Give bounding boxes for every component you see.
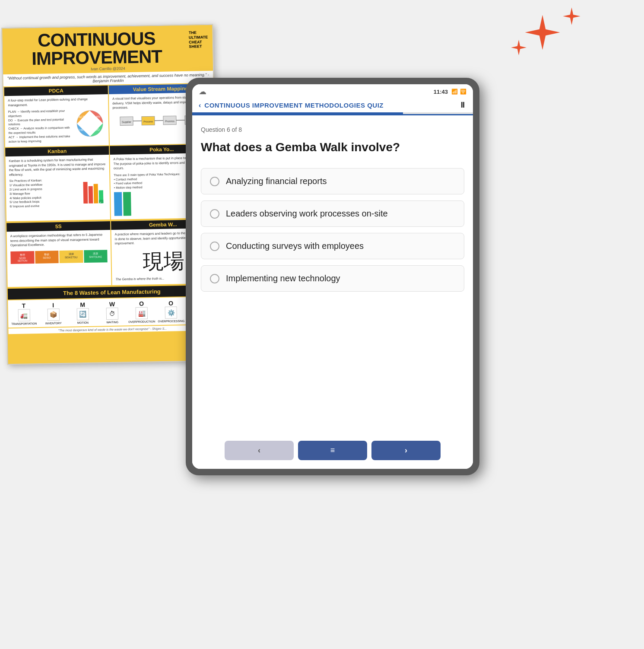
svg-text:CHECK: CHECK	[77, 128, 88, 131]
sparkle-large-icon	[523, 13, 562, 52]
svg-rect-18	[89, 186, 93, 204]
kanban-bars-icon: ✓	[82, 178, 106, 208]
waste-overproduction: O 🏭 OVERPRODUCTION	[128, 300, 155, 323]
answer-text-4: Implementing new technology	[226, 274, 340, 283]
kanban-cell: Kanban Kanban is a scheduling system for…	[5, 146, 110, 221]
pdca-steps: PLAN → Identify needs and establish your…	[8, 108, 75, 143]
question-meta: Question 6 of 8	[201, 126, 464, 133]
pdca-cell: PDCA A four-step model for Lean problem-…	[4, 86, 109, 147]
pdca-desc: A four-step model for Lean problem-solvi…	[8, 97, 105, 108]
pdca-title: PDCA	[4, 86, 108, 96]
svg-text:Process: Process	[165, 120, 174, 122]
kanban-title: Kanban	[5, 146, 109, 156]
waste-transportation: T 🚛 TRANSPORTATION	[10, 302, 38, 325]
wifi-icon: 🛜	[460, 89, 466, 95]
fivs-cell: 5S A workplace organization methodology …	[6, 221, 111, 287]
answer-option-4[interactable]: Implementing new technology	[201, 265, 464, 292]
infographic-title: CONTINUOUS IMPROVEMENT	[6, 29, 187, 68]
status-time: 11:43	[434, 89, 448, 95]
svg-text:ACT: ACT	[79, 115, 85, 118]
radio-3	[210, 242, 219, 251]
svg-rect-19	[94, 184, 98, 204]
pause-button[interactable]: ⏸	[459, 101, 466, 110]
radio-4	[210, 274, 219, 283]
kanban-list: Six Practices of Kanban: 1/ Visualize th…	[9, 178, 82, 209]
infographic-grid: PDCA A four-step model for Lean problem-…	[3, 83, 216, 222]
answer-text-1: Analyzing financial reports	[226, 176, 327, 186]
svg-text:Supplier: Supplier	[122, 121, 131, 123]
waste-motion: M 🔄 MOTION	[69, 301, 97, 324]
infographic-grid-2: 5S A workplace organization methodology …	[6, 219, 217, 288]
subtitle-line3: CHEAT SHEET	[189, 40, 208, 49]
status-icons: 📶 🛜	[451, 89, 466, 95]
answer-text-2: Leaders observing work processes on-site	[226, 209, 388, 219]
subtitle-line1: THE	[189, 30, 208, 35]
answer-option-1[interactable]: Analyzing financial reports	[201, 168, 464, 194]
kanban-desc: Kanban is a scheduling system for lean m…	[9, 158, 106, 178]
waste-inventory: I 📦 INVENTORY	[39, 302, 67, 325]
quiz-header: ‹ CONTINUOUS IMPROVEMENT METHODOLOGIES Q…	[192, 97, 473, 115]
nav-back-button[interactable]: ‹	[225, 441, 294, 460]
waste-overprocessing: O ⚙️ OVERPROCESSING	[157, 299, 185, 323]
svg-text:PLAN: PLAN	[92, 115, 100, 118]
answer-option-3[interactable]: Conducting surveys with employees	[201, 233, 464, 259]
sparkle-small-2-icon	[562, 6, 581, 26]
infographic-header: CONTINUOUS IMPROVEMENT THE ULTIMATE CHEA…	[2, 25, 213, 74]
status-bar: ☁ 11:43 📶 🛜	[192, 84, 473, 97]
progress-fill	[192, 112, 403, 114]
progress-bar	[192, 112, 473, 114]
radio-2	[210, 209, 219, 219]
tablet-screen: ☁ 11:43 📶 🛜 ‹ CONTINUOUS IMPROVEMENT MET…	[192, 84, 473, 469]
fivs-title: 5S	[6, 221, 110, 232]
cloud-icon: ☁	[199, 87, 206, 96]
subtitle-line2: ULTIMATE	[189, 35, 208, 40]
fivs-desc: A workplace organization methodology tha…	[10, 232, 108, 248]
quiz-title: CONTINUOUS IMPROVEMENT METHODOLOGIES QUI…	[204, 102, 455, 109]
tablet-device: ☁ 11:43 📶 🛜 ‹ CONTINUOUS IMPROVEMENT MET…	[186, 78, 479, 475]
tablet-nav-bar: ‹ ≡ ›	[192, 436, 473, 469]
waste-waiting: W ⏱ WAITING	[98, 300, 126, 324]
svg-text:DO: DO	[95, 128, 100, 131]
nav-menu-button[interactable]: ≡	[298, 441, 367, 460]
quiz-nav: ‹ CONTINUOUS IMPROVEMENT METHODOLOGIES Q…	[199, 101, 466, 110]
waste-row: T 🚛 TRANSPORTATION I 📦 INVENTORY M 🔄 MOT…	[8, 297, 216, 328]
radio-1	[210, 177, 219, 186]
answer-option-2[interactable]: Leaders observing work processes on-site	[201, 200, 464, 227]
answer-text-3: Conducting surveys with employees	[226, 241, 364, 251]
pdca-circle-icon: PDCA PLAN DO CHECK ACT	[75, 108, 105, 139]
back-button[interactable]: ‹	[199, 102, 201, 109]
quiz-content: Question 6 of 8 What does a Gemba Walk i…	[192, 115, 473, 436]
sparkle-decoration	[506, 4, 592, 65]
svg-rect-17	[83, 182, 88, 204]
question-text: What does a Gemba Walk involve?	[201, 140, 464, 155]
sparkle-small-1-icon	[510, 39, 527, 56]
svg-text:✓: ✓	[99, 201, 102, 205]
svg-text:PDCA: PDCA	[85, 122, 95, 126]
nav-next-button[interactable]: ›	[371, 441, 441, 460]
svg-text:Process: Process	[143, 120, 153, 123]
signal-icon: 📶	[451, 89, 458, 95]
